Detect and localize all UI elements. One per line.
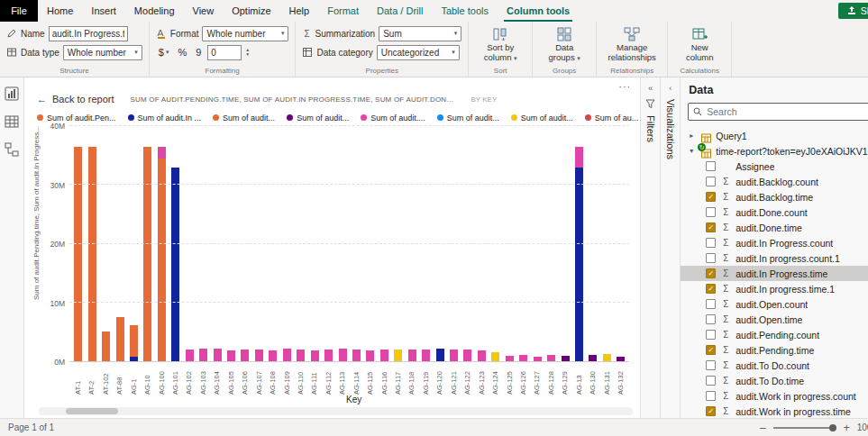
field-checkbox[interactable] <box>706 161 716 171</box>
field-search[interactable] <box>688 103 868 121</box>
field-checkbox[interactable]: ✓ <box>706 345 716 355</box>
field-row[interactable]: ✓Σaudit.Done.time <box>681 220 868 235</box>
field-row[interactable]: ✓Σaudit.Pending.time <box>681 342 868 358</box>
field-checkbox[interactable]: ✓ <box>706 223 716 232</box>
decimal-places-input[interactable] <box>207 45 242 60</box>
tab-data-drill[interactable]: Data / Drill <box>368 0 432 22</box>
data-category-select[interactable]: Uncategorized▾ <box>377 45 460 60</box>
field-row[interactable]: ✓Σaudit.Backlog.time <box>681 189 868 204</box>
format-select[interactable]: Whole number▾ <box>202 26 288 41</box>
bar[interactable] <box>491 126 499 361</box>
share-button[interactable]: Share ▾ <box>838 3 868 19</box>
field-row[interactable]: Assignee <box>681 159 868 174</box>
bar[interactable] <box>534 126 542 361</box>
model-view-icon[interactable] <box>5 142 19 157</box>
field-row[interactable]: Σaudit.Work in progress.count <box>681 388 868 404</box>
field-row[interactable]: Σaudit.Done.count <box>681 204 868 220</box>
bar[interactable] <box>130 126 138 361</box>
bar[interactable] <box>143 126 151 361</box>
visualizations-pane-collapsed[interactable]: ‹ Visualizations <box>660 77 680 418</box>
tab-help[interactable]: Help <box>280 0 319 22</box>
field-row[interactable]: Σaudit.Backlog.count <box>681 174 868 189</box>
field-checkbox[interactable] <box>706 391 716 401</box>
bar[interactable] <box>422 126 430 361</box>
bar[interactable] <box>603 126 611 361</box>
bar[interactable] <box>519 126 527 361</box>
bar[interactable] <box>478 126 486 361</box>
tab-modeling[interactable]: Modeling <box>125 0 184 22</box>
field-checkbox[interactable]: ✓ <box>706 192 716 202</box>
tab-table-tools[interactable]: Table tools <box>432 0 498 22</box>
bar[interactable] <box>186 126 194 361</box>
bar[interactable] <box>547 126 555 361</box>
bar[interactable] <box>74 126 82 361</box>
bar[interactable] <box>617 126 625 361</box>
field-checkbox[interactable] <box>706 299 716 309</box>
bar[interactable] <box>199 126 207 361</box>
field-checkbox[interactable] <box>706 360 716 370</box>
field-row[interactable]: ✓Σaudit.In progress.time.1 <box>681 281 868 296</box>
field-row[interactable]: Σaudit.To Do.time <box>681 373 868 388</box>
tab-home[interactable]: Home <box>38 0 82 22</box>
manage-relationships-button[interactable]: Manage relationships <box>603 25 661 63</box>
chevron-down-icon[interactable]: ▾ <box>690 147 697 155</box>
field-row[interactable]: ✓Σaudit.In Progress.time <box>681 266 868 281</box>
bar[interactable] <box>408 126 416 361</box>
field-row[interactable]: Σaudit.Pending.count <box>681 327 868 342</box>
field-checkbox[interactable] <box>706 177 716 186</box>
zoom-slider[interactable] <box>773 427 836 429</box>
field-checkbox[interactable]: ✓ <box>706 284 716 294</box>
legend-item[interactable]: Sum of audit.In ... <box>128 114 202 123</box>
field-checkbox[interactable] <box>706 330 716 340</box>
zoom-slider-thumb[interactable] <box>829 424 836 431</box>
bar[interactable] <box>255 126 263 361</box>
bar[interactable] <box>436 126 444 361</box>
tab-optimize[interactable]: Optimize <box>223 0 279 22</box>
bar[interactable] <box>339 126 347 361</box>
bar[interactable] <box>116 126 124 361</box>
legend-item[interactable]: Sum of audit... <box>287 114 349 123</box>
bar[interactable] <box>352 126 361 361</box>
bar[interactable] <box>450 126 458 361</box>
field-checkbox[interactable] <box>706 207 716 217</box>
bar[interactable] <box>562 126 570 361</box>
field-checkbox[interactable]: ✓ <box>706 406 716 416</box>
bar[interactable] <box>241 126 249 361</box>
datatype-select[interactable]: Whole number▾ <box>63 45 142 60</box>
bar[interactable] <box>380 126 388 361</box>
bar[interactable] <box>324 126 333 361</box>
expand-filters-icon[interactable]: « <box>648 84 653 93</box>
bar[interactable] <box>102 126 110 361</box>
field-row[interactable]: Σaudit.Open.count <box>681 296 868 312</box>
zoom-out-button[interactable]: – <box>760 422 766 434</box>
currency-button[interactable]: $▾ <box>156 47 172 58</box>
chevron-right-icon[interactable]: ▸ <box>690 132 697 140</box>
field-row[interactable]: Σaudit.In progress.count.1 <box>681 250 868 266</box>
thousands-separator-button[interactable]: 9 <box>193 47 204 58</box>
zoom-in-button[interactable]: + <box>844 422 850 434</box>
legend-item[interactable]: Sum of audit... <box>511 114 573 123</box>
bar[interactable] <box>214 126 222 361</box>
field-checkbox[interactable] <box>706 253 716 263</box>
field-checkbox[interactable]: ✓ <box>706 268 716 278</box>
field-checkbox[interactable] <box>706 314 716 324</box>
field-row[interactable]: Σaudit.Open.time <box>681 312 868 327</box>
field-checkbox[interactable] <box>706 376 716 386</box>
sort-by-column-button[interactable]: Sort by column ▾ <box>475 25 525 63</box>
summarization-select[interactable]: Sum▾ <box>379 26 461 41</box>
data-view-icon[interactable] <box>5 114 19 129</box>
report-view-icon[interactable] <box>5 86 19 101</box>
data-groups-button[interactable]: Data groups ▾ <box>539 25 589 63</box>
bar[interactable] <box>589 126 597 361</box>
scrollbar-thumb[interactable] <box>66 408 118 414</box>
legend-item[interactable]: Sum of au... <box>585 114 639 123</box>
tab-format[interactable]: Format <box>318 0 368 22</box>
bar[interactable] <box>158 126 166 361</box>
tab-file[interactable]: File <box>0 0 38 22</box>
tab-column-tools[interactable]: Column tools <box>498 0 579 22</box>
field-row[interactable]: Σaudit.In Progress.count <box>681 235 868 250</box>
legend-item[interactable]: Sum of audit... <box>437 114 499 123</box>
bar[interactable] <box>171 126 179 361</box>
field-row[interactable]: ✓Σaudit.Work in progress.time <box>681 404 868 418</box>
name-input[interactable] <box>49 26 128 41</box>
